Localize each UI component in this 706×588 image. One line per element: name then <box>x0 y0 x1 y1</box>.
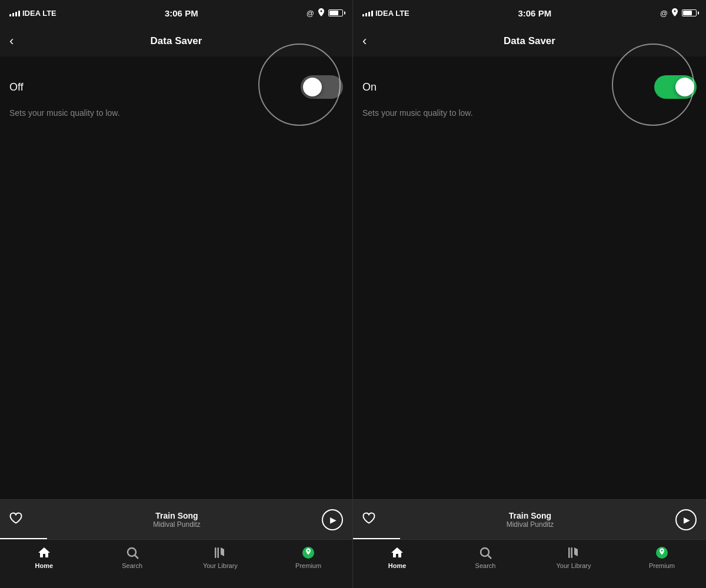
right-time: 3:06 PM <box>518 8 551 18</box>
left-time: 3:06 PM <box>165 8 198 18</box>
left-phone-screen: IDEA LTE 3:06 PM @ ‹ Data Saver Off <box>0 0 353 588</box>
right-toggle-state-label: On <box>362 81 377 93</box>
left-back-button[interactable]: ‹ <box>5 29 18 54</box>
svg-point-6 <box>481 548 489 556</box>
right-toggle-switch[interactable] <box>654 75 697 99</box>
svg-line-1 <box>135 556 138 559</box>
svg-point-11 <box>661 550 663 552</box>
left-premium-icon <box>301 546 315 560</box>
left-heart-icon[interactable] <box>9 512 22 527</box>
left-search-icon <box>125 546 139 560</box>
left-toggle-state-label: Off <box>9 81 24 93</box>
right-search-icon <box>478 546 492 560</box>
left-content: Off Sets your music quality to low. <box>0 56 352 499</box>
right-tab-premium[interactable]: Premium <box>618 546 706 569</box>
left-battery-fill <box>329 11 338 15</box>
right-tab-home[interactable]: Home <box>353 546 441 569</box>
right-nav-title: Data Saver <box>504 35 555 47</box>
signal-bar-3 <box>15 12 17 16</box>
right-signal-bars <box>362 9 373 16</box>
right-location-icon <box>671 8 678 18</box>
left-tab-bar: Home Search Your Library Premium <box>0 539 352 588</box>
right-home-icon <box>390 546 404 560</box>
signal-bar-4 <box>18 11 20 16</box>
left-tab-library-label: Your Library <box>203 562 238 569</box>
left-song-title: Train Song <box>32 511 322 520</box>
left-library-icon <box>213 546 227 560</box>
left-nav-bar: ‹ Data Saver <box>0 26 352 56</box>
right-status-left: IDEA LTE <box>362 9 409 18</box>
right-tab-bar: Home Search Your Library Premium <box>353 539 706 588</box>
right-status-right: @ <box>660 8 697 18</box>
left-tab-search-label: Search <box>122 562 142 569</box>
right-signal-bar-3 <box>368 12 370 16</box>
left-status-right: @ <box>307 8 343 18</box>
right-setting-row: On <box>362 71 697 103</box>
svg-line-7 <box>488 556 492 559</box>
right-at-icon: @ <box>660 9 668 18</box>
left-tab-premium[interactable]: Premium <box>264 546 352 569</box>
left-toggle-switch[interactable] <box>301 75 343 99</box>
right-now-playing-info: Train Song Midival Punditz <box>385 511 675 529</box>
right-setting-description: Sets your music quality to low. <box>362 108 697 118</box>
left-tab-search[interactable]: Search <box>88 546 176 569</box>
left-at-icon: @ <box>307 9 314 18</box>
left-signal-bars <box>9 9 20 16</box>
right-play-button[interactable]: ▶ <box>675 509 697 530</box>
left-location-icon <box>318 8 325 18</box>
right-nav-bar: ‹ Data Saver <box>353 26 706 56</box>
right-tab-library[interactable]: Your Library <box>530 546 618 569</box>
left-song-artist: Midival Punditz <box>32 520 322 529</box>
right-library-icon <box>567 546 581 560</box>
right-back-button[interactable]: ‹ <box>358 29 371 54</box>
left-tab-premium-label: Premium <box>295 562 321 569</box>
right-now-playing-bar: Train Song Midival Punditz ▶ <box>353 499 706 539</box>
left-setting-row: Off <box>9 71 343 103</box>
right-status-bar: IDEA LTE 3:06 PM @ <box>353 0 706 26</box>
right-premium-icon <box>655 546 669 560</box>
left-carrier: IDEA LTE <box>22 9 56 18</box>
right-battery-fill <box>683 11 692 15</box>
left-nav-title: Data Saver <box>151 35 202 47</box>
left-tab-library[interactable]: Your Library <box>176 546 265 569</box>
right-signal-bar-2 <box>365 13 367 16</box>
signal-bar-1 <box>9 14 11 16</box>
left-now-playing-info: Train Song Midival Punditz <box>32 511 322 529</box>
right-setting-left: On <box>362 81 377 93</box>
left-setting-description: Sets your music quality to low. <box>9 108 343 118</box>
left-play-icon: ▶ <box>330 515 337 524</box>
right-toggle-knob <box>675 78 694 96</box>
right-tab-premium-label: Premium <box>649 562 675 569</box>
left-status-left: IDEA LTE <box>9 9 56 18</box>
left-status-bar: IDEA LTE 3:06 PM @ <box>0 0 352 26</box>
right-tab-search[interactable]: Search <box>441 546 530 569</box>
right-play-icon: ▶ <box>684 515 690 524</box>
left-battery-icon <box>328 9 343 16</box>
svg-rect-2 <box>215 547 217 558</box>
left-setting-left: Off <box>9 81 24 93</box>
right-battery-icon <box>682 9 697 16</box>
signal-bar-2 <box>12 13 14 16</box>
left-now-playing-bar: Train Song Midival Punditz ▶ <box>0 499 352 539</box>
right-carrier: IDEA LTE <box>375 9 409 18</box>
svg-rect-8 <box>568 547 570 558</box>
right-signal-bar-1 <box>362 14 364 16</box>
right-tab-library-label: Your Library <box>557 562 591 569</box>
svg-rect-3 <box>218 547 219 558</box>
right-song-title: Train Song <box>385 511 675 520</box>
left-tab-home-label: Home <box>35 562 54 569</box>
right-signal-bar-4 <box>371 11 373 16</box>
left-home-icon <box>37 546 51 560</box>
svg-rect-9 <box>571 547 573 558</box>
left-play-button[interactable]: ▶ <box>322 509 343 530</box>
right-content: On Sets your music quality to low. <box>353 56 706 499</box>
right-phone-screen: IDEA LTE 3:06 PM @ ‹ Data Saver On <box>353 0 706 588</box>
right-tab-home-label: Home <box>388 562 407 569</box>
svg-point-5 <box>308 550 309 552</box>
left-tab-home[interactable]: Home <box>0 546 88 569</box>
right-tab-search-label: Search <box>475 562 496 569</box>
right-song-artist: Midival Punditz <box>385 520 675 529</box>
svg-point-0 <box>128 548 136 556</box>
left-toggle-knob <box>303 78 322 96</box>
right-heart-icon[interactable] <box>362 512 375 527</box>
